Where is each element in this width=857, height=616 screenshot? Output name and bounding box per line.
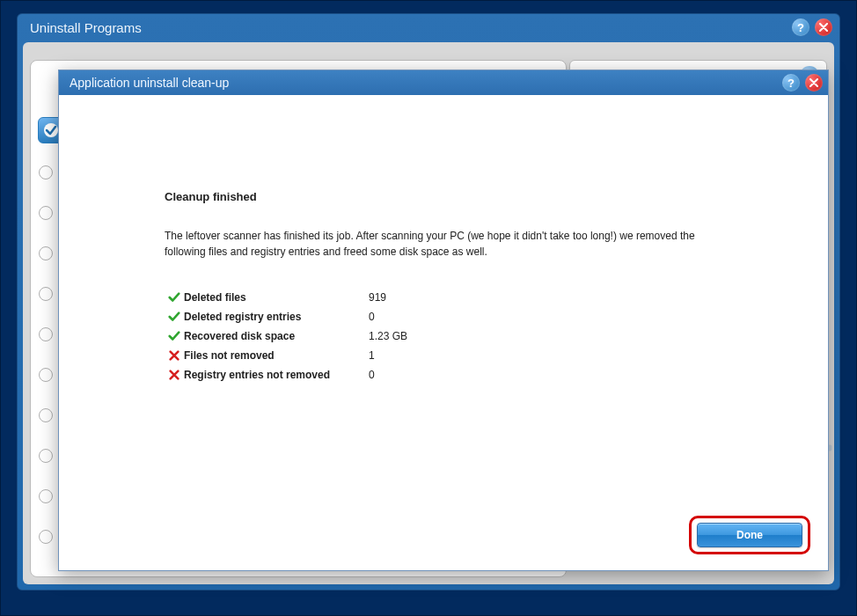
- check-icon: [165, 330, 184, 342]
- stat-row: Files not removed1: [165, 349, 775, 362]
- stat-row: Recovered disk space1.23 GB: [165, 330, 775, 342]
- outer-titlebar: Uninstall Programs: [18, 14, 839, 40]
- stat-value: 0: [369, 369, 375, 381]
- program-radio-column: [39, 165, 53, 570]
- list-item-radio[interactable]: [39, 368, 53, 382]
- dialog-titlebar: Application uninstall clean-up: [59, 70, 828, 95]
- close-icon[interactable]: [805, 74, 823, 92]
- dialog-content: Cleanup finished The leftover scanner ha…: [165, 190, 775, 388]
- stat-value: 919: [369, 291, 386, 304]
- stat-value: 1.23 GB: [369, 330, 407, 342]
- list-item-radio[interactable]: [39, 246, 53, 260]
- help-icon[interactable]: [782, 74, 800, 92]
- stat-row: Deleted files919: [165, 291, 775, 304]
- list-item-radio[interactable]: [39, 408, 53, 422]
- cleanup-heading: Cleanup finished: [165, 190, 775, 203]
- check-icon: [165, 291, 184, 304]
- list-item-radio[interactable]: [39, 165, 53, 180]
- list-item-radio[interactable]: [39, 530, 53, 544]
- list-item-radio[interactable]: [39, 489, 53, 503]
- cross-icon: [165, 349, 184, 362]
- list-item-radio[interactable]: [39, 206, 53, 220]
- check-icon: [165, 311, 184, 323]
- dialog-title: Application uninstall clean-up: [70, 76, 777, 90]
- stat-label: Deleted files: [184, 291, 369, 304]
- close-icon[interactable]: [815, 18, 832, 36]
- outer-title: Uninstall Programs: [30, 20, 787, 35]
- stat-row: Registry entries not removed0: [165, 369, 775, 381]
- stat-label: Recovered disk space: [184, 330, 369, 342]
- list-item-radio[interactable]: [39, 287, 53, 301]
- done-button[interactable]: Done: [697, 523, 802, 547]
- done-highlight: Done: [689, 516, 810, 554]
- stat-label: Registry entries not removed: [184, 369, 369, 381]
- stat-row: Deleted registry entries0: [165, 311, 775, 323]
- dialog-body: Cleanup finished The leftover scanner ha…: [59, 95, 828, 570]
- cleanup-stats: Deleted files919Deleted registry entries…: [165, 291, 775, 381]
- cleanup-description: The leftover scanner has finished its jo…: [165, 228, 728, 260]
- stat-value: 0: [369, 311, 375, 323]
- stat-label: Deleted registry entries: [184, 311, 369, 323]
- help-icon[interactable]: [792, 18, 809, 36]
- cross-icon: [165, 369, 184, 381]
- stat-value: 1: [369, 349, 375, 362]
- list-item-radio[interactable]: [39, 327, 53, 341]
- stat-label: Files not removed: [184, 349, 369, 362]
- cleanup-dialog: Application uninstall clean-up Cleanup f…: [58, 70, 829, 571]
- list-item-radio[interactable]: [39, 449, 53, 463]
